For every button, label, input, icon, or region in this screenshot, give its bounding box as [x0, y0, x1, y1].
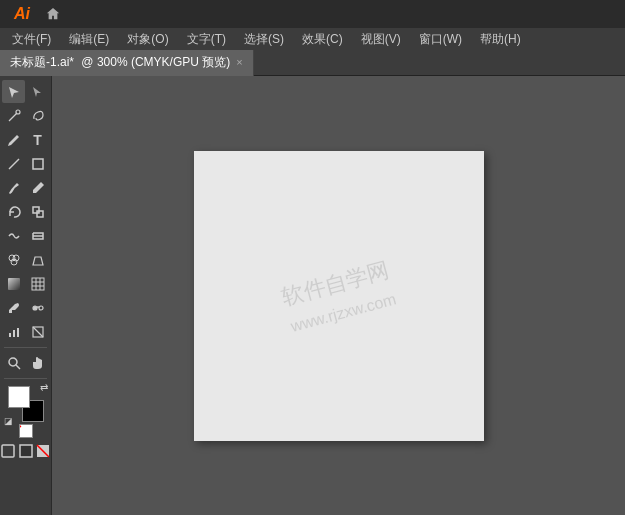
svg-rect-11 — [32, 278, 44, 290]
svg-point-17 — [39, 306, 43, 310]
menu-effect[interactable]: 效果(C) — [294, 29, 351, 50]
eyedropper-tool[interactable] — [2, 296, 25, 319]
home-button[interactable] — [42, 3, 64, 25]
direct-selection-tool[interactable] — [26, 80, 49, 103]
tool-row-zoom — [0, 351, 51, 374]
color-area: ⇄ ◪ — [0, 384, 51, 440]
document-tab[interactable]: 未标题-1.ai* @ 300% (CMYK/GPU 预览) × — [0, 50, 254, 76]
tab-title-text: 未标题-1.ai* — [10, 55, 74, 69]
selection-tool[interactable] — [2, 80, 25, 103]
watermark-line2: www.rjzxw.com — [287, 286, 400, 339]
toolbar: T — [0, 76, 52, 515]
tab-title: 未标题-1.ai* @ 300% (CMYK/GPU 预览) — [10, 54, 230, 71]
tool-row-pen: T — [0, 128, 51, 151]
svg-marker-9 — [33, 257, 43, 265]
svg-line-2 — [9, 159, 19, 169]
slice-tool[interactable] — [26, 320, 49, 343]
scale-tool[interactable] — [26, 200, 49, 223]
tab-close-button[interactable]: × — [236, 57, 242, 68]
menu-text[interactable]: 文字(T) — [179, 29, 234, 50]
fullscreen-mode-btn[interactable] — [18, 443, 34, 459]
gradient-tool[interactable] — [2, 272, 25, 295]
svg-rect-20 — [17, 328, 19, 337]
tool-row-line — [0, 152, 51, 175]
watermark: 软件自学网 www.rjzxw.com — [278, 252, 400, 339]
free-transform-tool[interactable] — [26, 224, 49, 247]
rotate-tool[interactable] — [2, 200, 25, 223]
screen-mode-btn[interactable] — [35, 443, 51, 459]
svg-rect-19 — [13, 330, 15, 337]
magic-wand-tool[interactable] — [2, 104, 25, 127]
svg-line-0 — [9, 113, 17, 121]
default-colors-icon[interactable]: ◪ — [4, 416, 13, 426]
svg-rect-18 — [9, 333, 11, 337]
svg-line-21 — [33, 327, 43, 337]
mode-row — [0, 443, 51, 459]
pen-tool[interactable] — [2, 128, 25, 151]
menu-select[interactable]: 选择(S) — [236, 29, 292, 50]
tool-row-rotate — [0, 200, 51, 223]
paintbrush-tool[interactable] — [2, 176, 25, 199]
tool-row-brush — [0, 176, 51, 199]
swap-colors-icon[interactable]: ⇄ — [40, 382, 48, 393]
tool-row-graph2 — [0, 320, 51, 343]
type-tool[interactable]: T — [26, 128, 49, 151]
graph-tool[interactable] — [2, 320, 25, 343]
svg-point-1 — [16, 110, 20, 114]
main-area: T — [0, 76, 625, 515]
tool-row-selection — [0, 80, 51, 103]
rect-tool[interactable] — [26, 152, 49, 175]
tool-row-gradient — [0, 272, 51, 295]
artboard: 软件自学网 www.rjzxw.com — [194, 151, 484, 441]
app-logo: Ai — [8, 5, 36, 23]
mesh-tool[interactable] — [26, 272, 49, 295]
svg-rect-10 — [8, 278, 20, 290]
tabbar: 未标题-1.ai* @ 300% (CMYK/GPU 预览) × — [0, 50, 625, 76]
titlebar: Ai — [0, 0, 625, 28]
normal-mode-btn[interactable] — [0, 443, 16, 459]
warp-tool[interactable] — [2, 224, 25, 247]
svg-line-24 — [16, 365, 20, 369]
swatch-stack: ⇄ ◪ — [8, 386, 44, 422]
tool-row-warp — [0, 224, 51, 247]
menu-object[interactable]: 对象(O) — [119, 29, 176, 50]
perspective-tool[interactable] — [26, 248, 49, 271]
pencil-tool[interactable] — [26, 176, 49, 199]
zoom-tool[interactable] — [2, 351, 25, 374]
watermark-line1: 软件自学网 — [278, 252, 393, 314]
svg-rect-26 — [20, 445, 32, 457]
tab-info-text: @ 300% (CMYK/GPU 预览) — [81, 55, 230, 69]
tool-row-graph — [0, 248, 51, 271]
toolbar-separator-2 — [4, 378, 47, 379]
hand-tool[interactable] — [26, 351, 49, 374]
svg-rect-5 — [37, 211, 43, 217]
tool-row-magic — [0, 104, 51, 127]
canvas-area: 软件自学网 www.rjzxw.com — [52, 76, 625, 515]
svg-point-16 — [33, 306, 37, 310]
svg-rect-4 — [33, 207, 39, 213]
toolbar-separator — [4, 347, 47, 348]
line-tool[interactable] — [2, 152, 25, 175]
tool-row-eyedropper — [0, 296, 51, 319]
menu-help[interactable]: 帮助(H) — [472, 29, 529, 50]
menu-file[interactable]: 文件(F) — [4, 29, 59, 50]
blend-tool[interactable] — [26, 296, 49, 319]
menu-view[interactable]: 视图(V) — [353, 29, 409, 50]
fill-swatch[interactable] — [8, 386, 30, 408]
menubar: 文件(F) 编辑(E) 对象(O) 文字(T) 选择(S) 效果(C) 视图(V… — [0, 28, 625, 50]
menu-window[interactable]: 窗口(W) — [411, 29, 470, 50]
svg-rect-25 — [2, 445, 14, 457]
svg-rect-3 — [33, 159, 43, 169]
svg-point-23 — [9, 358, 17, 366]
lasso-tool[interactable] — [26, 104, 49, 127]
shape-builder-tool[interactable] — [2, 248, 25, 271]
menu-edit[interactable]: 编辑(E) — [61, 29, 117, 50]
